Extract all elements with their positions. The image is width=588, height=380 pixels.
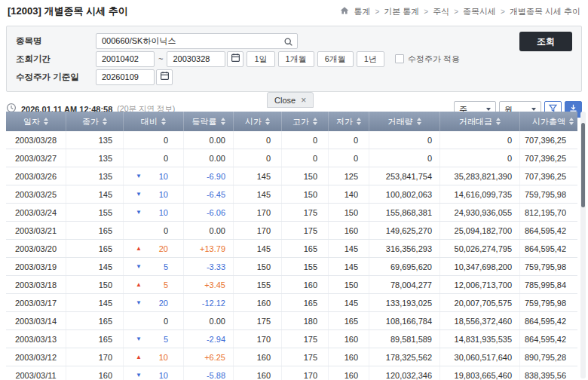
cell-marketcap: 864,595,42 xyxy=(520,330,577,348)
column-header-open[interactable]: 시가 xyxy=(234,112,282,131)
cell-date: 2003/03/17 xyxy=(6,294,66,311)
cell-low: 140 xyxy=(329,185,369,203)
sort-icon xyxy=(265,118,270,125)
cell-high: 165 xyxy=(282,294,329,311)
table-row: 2003/03/21 165 0 0.00 170 175 160 149,62… xyxy=(6,222,577,240)
breadcrumb-item[interactable]: 개별종목 시세 추이 xyxy=(510,6,580,17)
chevron-down-icon xyxy=(531,108,536,111)
breadcrumb-item[interactable]: 종목시세 xyxy=(463,6,496,17)
cell-low: 145 xyxy=(329,240,369,257)
cell-amount: 0 xyxy=(440,149,520,167)
period-label: 조회기간 xyxy=(16,54,96,65)
period-calendar-button[interactable] xyxy=(227,51,243,67)
period-6month-button[interactable]: 6개월 xyxy=(317,51,354,67)
cell-close: 165 xyxy=(66,312,124,329)
period-to-input[interactable] xyxy=(167,51,225,67)
cell-change: 0 xyxy=(124,312,184,329)
column-header-low[interactable]: 저가 xyxy=(329,112,369,131)
cell-rate: +3.45 xyxy=(184,276,234,293)
breadcrumb-item[interactable]: 통계 xyxy=(354,6,370,17)
cell-amount: 12,006,713,700 xyxy=(440,276,520,293)
stock-name-input[interactable] xyxy=(96,33,298,49)
cell-close: 160 xyxy=(66,366,124,380)
data-table: 일자 종가 대비 등락률 시가 고가 저가 거래량 거래대금 시가총액 2003… xyxy=(6,112,577,380)
table-row: 2003/03/13 165 ▼ 5 -2.94 170 175 160 89,… xyxy=(6,330,577,348)
cell-close: 135 xyxy=(66,167,124,185)
column-header-label: 대비 xyxy=(141,116,158,127)
cell-change: ▼ 10 xyxy=(124,204,184,221)
breadcrumb-separator: > xyxy=(424,8,428,16)
period-from-input[interactable] xyxy=(96,51,155,67)
cell-volume: 155,868,381 xyxy=(369,204,440,221)
base-date-calendar-button[interactable] xyxy=(156,69,173,85)
cell-open: 175 xyxy=(234,312,282,329)
cell-amount: 50,026,274,795 xyxy=(440,240,520,257)
change-direction-icon: ▼ xyxy=(136,372,145,378)
table-row: 2003/03/18 150 ▲ 5 +3.45 155 160 150 78,… xyxy=(6,276,577,294)
home-icon[interactable] xyxy=(340,6,349,17)
change-value: 5 xyxy=(145,280,168,290)
cell-date: 2003/03/20 xyxy=(6,240,66,257)
cell-change: ▲ 10 xyxy=(124,348,184,366)
cell-volume: 149,625,270 xyxy=(369,222,440,239)
period-1day-button[interactable]: 1일 xyxy=(247,51,274,67)
page-title: [12003] 개별종목 시세 추이 xyxy=(8,5,128,18)
column-header-high[interactable]: 고가 xyxy=(282,112,329,131)
cell-amount: 10,347,698,200 xyxy=(440,258,520,275)
column-header-close[interactable]: 종가 xyxy=(66,112,124,131)
column-header-label: 시가총액 xyxy=(532,116,565,127)
search-button[interactable]: 조회 xyxy=(519,32,572,51)
cell-high: 180 xyxy=(282,312,329,329)
change-direction-icon: ▲ xyxy=(136,354,145,360)
cell-marketcap: 785,995,84 xyxy=(520,276,577,293)
cell-date: 2003/03/14 xyxy=(6,312,66,329)
cell-high: 160 xyxy=(282,276,329,293)
base-date-input[interactable] xyxy=(96,69,155,85)
cell-volume: 0 xyxy=(369,131,440,149)
breadcrumb-item[interactable]: 기본 통계 xyxy=(384,6,419,17)
column-header-label: 일자 xyxy=(23,116,40,127)
cell-rate: 0.00 xyxy=(184,312,234,329)
vertical-scrollbar[interactable] xyxy=(580,112,586,378)
cell-volume: 100,802,063 xyxy=(369,185,440,203)
change-direction-icon: ▼ xyxy=(136,263,145,270)
column-header-change[interactable]: 대비 xyxy=(124,112,184,131)
table-header: 일자 종가 대비 등락률 시가 고가 저가 거래량 거래대금 시가총액 xyxy=(6,112,577,131)
cell-rate: 0.00 xyxy=(184,131,234,149)
cell-marketcap: 707,396,25 xyxy=(520,131,577,149)
calendar-icon xyxy=(160,71,170,83)
table-row: 2003/03/20 165 ▲ 20 +13.79 145 165 145 3… xyxy=(6,240,577,258)
column-header-label: 거래대금 xyxy=(459,116,492,127)
column-header-label: 고가 xyxy=(292,116,309,127)
cell-open: 0 xyxy=(234,149,282,167)
cell-rate: -12.12 xyxy=(184,294,234,311)
table-row: 2003/03/26 135 ▼ 10 -6.90 145 150 125 25… xyxy=(6,167,577,185)
cell-low: 150 xyxy=(329,276,369,293)
cell-amount: 14,616,099,735 xyxy=(440,185,520,203)
cell-close: 135 xyxy=(66,131,124,149)
base-date-row: 수정주가 기준일 xyxy=(16,69,572,85)
scrollbar-thumb[interactable] xyxy=(581,123,585,207)
period-1month-button[interactable]: 1개월 xyxy=(278,51,314,67)
cell-high: 155 xyxy=(282,258,329,275)
column-header-date[interactable]: 일자 xyxy=(6,112,66,131)
sort-icon xyxy=(161,118,166,125)
search-icon[interactable] xyxy=(283,36,293,50)
cell-change: 0 xyxy=(124,149,184,167)
column-header-volume[interactable]: 거래량 xyxy=(369,112,440,131)
cell-marketcap: 864,595,42 xyxy=(520,222,577,239)
cell-volume: 78,004,277 xyxy=(369,276,440,293)
breadcrumb-item[interactable]: 주식 xyxy=(433,6,449,17)
column-header-label: 등락률 xyxy=(192,116,217,127)
column-header-rate[interactable]: 등락률 xyxy=(184,112,234,131)
cell-high: 170 xyxy=(282,366,329,380)
cell-high: 150 xyxy=(282,185,329,203)
cell-date: 2003/03/11 xyxy=(6,366,66,380)
adjusted-price-checkbox[interactable] xyxy=(395,54,404,63)
column-header-amount[interactable]: 거래대금 xyxy=(440,112,520,131)
column-header-marketcap[interactable]: 시가총액 xyxy=(520,112,577,131)
sort-icon xyxy=(221,118,225,125)
cell-open: 160 xyxy=(234,348,282,366)
period-1year-button[interactable]: 1년 xyxy=(357,51,384,67)
table-row: 2003/03/27 135 0 0.00 0 0 0 0 0 707,396,… xyxy=(6,149,577,167)
